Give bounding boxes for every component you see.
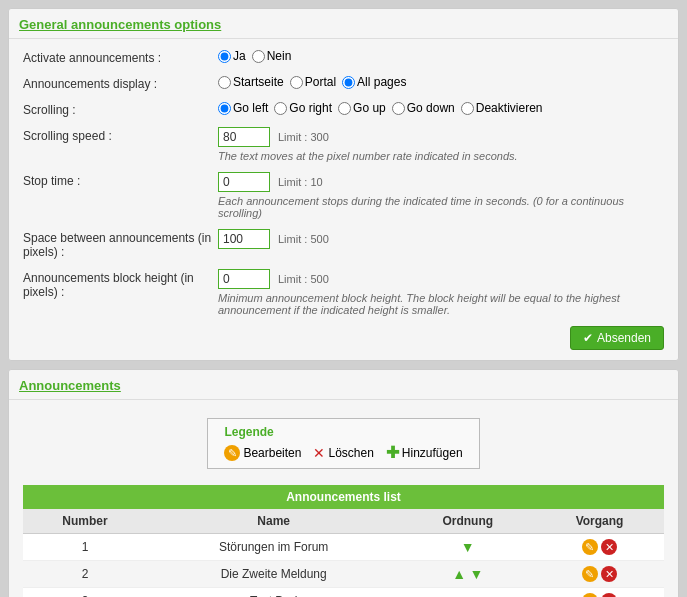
height-input[interactable]	[218, 269, 270, 289]
checkmark-icon: ✔	[583, 331, 593, 345]
row1-delete-button[interactable]: ✕	[601, 539, 617, 555]
stop-label: Stop time :	[23, 172, 218, 188]
scroll-left[interactable]: Go left	[218, 101, 268, 115]
space-input[interactable]	[218, 229, 270, 249]
stop-row: Stop time : Limit : 10 Each announcement…	[23, 172, 664, 219]
row1-down-button[interactable]: ▼	[461, 539, 475, 555]
space-row: Space between announcements (in pixels) …	[23, 229, 664, 259]
announcements-section-title: Announcements	[9, 370, 678, 400]
row2-delete-button[interactable]: ✕	[601, 566, 617, 582]
submit-button[interactable]: ✔ Absenden	[570, 326, 664, 350]
height-row: Announcements block height (in pixels) :…	[23, 269, 664, 316]
space-controls: Limit : 500	[218, 229, 664, 249]
row3-delete-button[interactable]: ✕	[601, 593, 617, 597]
activate-ja[interactable]: Ja	[218, 49, 246, 63]
legende-box: Legende ✎ Bearbeiten ✕ Löschen ✚ Hinzufü…	[207, 418, 479, 469]
height-hint: Minimum announcement block height. The b…	[218, 292, 664, 316]
row3-vorgang: ✎ ✕	[535, 588, 664, 598]
row1-vorgang: ✎ ✕	[535, 534, 664, 561]
scroll-left-radio[interactable]	[218, 102, 231, 115]
display-portal-radio[interactable]	[290, 76, 303, 89]
speed-limit: Limit : 300	[278, 131, 329, 143]
activate-ja-radio[interactable]	[218, 50, 231, 63]
row3-number: 3	[23, 588, 147, 598]
legende-delete: ✕ Löschen	[313, 445, 373, 461]
speed-row: Scrolling speed : Limit : 300 The text m…	[23, 127, 664, 162]
row2-up-button[interactable]: ▲	[452, 566, 466, 582]
legende-edit: ✎ Bearbeiten	[224, 445, 301, 461]
scroll-down-radio[interactable]	[392, 102, 405, 115]
col-vorgang: Vorgang	[535, 509, 664, 534]
row2-edit-button[interactable]: ✎	[582, 566, 598, 582]
scroll-up[interactable]: Go up	[338, 101, 386, 115]
submit-row: ✔ Absenden	[23, 326, 664, 350]
display-allpages[interactable]: All pages	[342, 75, 406, 89]
legende-title: Legende	[224, 425, 462, 439]
display-allpages-radio[interactable]	[342, 76, 355, 89]
announcements-table-wrapper: Announcements list Number Name Ordnung V…	[23, 485, 664, 597]
add-icon: ✚	[386, 443, 399, 462]
general-section: General announcements options Activate a…	[8, 8, 679, 361]
scroll-deaktivieren[interactable]: Deaktivieren	[461, 101, 543, 115]
announcements-table: Number Name Ordnung Vorgang 1 Störungen …	[23, 509, 664, 597]
row1-ordnung: ▼	[400, 534, 535, 561]
activate-row: Activate announcements : Ja Nein	[23, 49, 664, 65]
display-portal[interactable]: Portal	[290, 75, 336, 89]
height-limit: Limit : 500	[278, 273, 329, 285]
row1-number: 1	[23, 534, 147, 561]
row2-number: 2	[23, 561, 147, 588]
stop-limit: Limit : 10	[278, 176, 323, 188]
display-row: Announcements display : Startseite Porta…	[23, 75, 664, 91]
legende-add-label: Hinzufügen	[402, 446, 463, 460]
stop-input[interactable]	[218, 172, 270, 192]
row3-ordnung: ▲	[400, 588, 535, 598]
row1-edit-button[interactable]: ✎	[582, 539, 598, 555]
space-limit: Limit : 500	[278, 233, 329, 245]
general-section-title: General announcements options	[9, 9, 678, 39]
row2-name: Die Zweite Meldung	[147, 561, 400, 588]
speed-hint: The text moves at the pixel number rate …	[218, 150, 664, 162]
delete-icon: ✕	[313, 445, 325, 461]
display-startseite[interactable]: Startseite	[218, 75, 284, 89]
display-startseite-radio[interactable]	[218, 76, 231, 89]
activate-nein[interactable]: Nein	[252, 49, 292, 63]
scroll-up-radio[interactable]	[338, 102, 351, 115]
display-label: Announcements display :	[23, 75, 218, 91]
row2-ordnung: ▲ ▼	[400, 561, 535, 588]
row2-vorgang: ✎ ✕	[535, 561, 664, 588]
legende-items: ✎ Bearbeiten ✕ Löschen ✚ Hinzufügen	[224, 443, 462, 462]
legende-delete-label: Löschen	[328, 446, 373, 460]
scroll-down[interactable]: Go down	[392, 101, 455, 115]
row3-up-button[interactable]: ▲	[461, 593, 475, 597]
activate-label: Activate announcements :	[23, 49, 218, 65]
space-label: Space between announcements (in pixels) …	[23, 229, 218, 259]
speed-controls: Limit : 300 The text moves at the pixel …	[218, 127, 664, 162]
legende-edit-label: Bearbeiten	[243, 446, 301, 460]
legende-add: ✚ Hinzufügen	[386, 443, 463, 462]
scroll-deaktivieren-radio[interactable]	[461, 102, 474, 115]
table-header: Announcements list	[23, 485, 664, 509]
row3-name: Text Drei	[147, 588, 400, 598]
row1-name: Störungen im Forum	[147, 534, 400, 561]
row3-edit-button[interactable]: ✎	[582, 593, 598, 597]
row2-down-button[interactable]: ▼	[469, 566, 483, 582]
scroll-right[interactable]: Go right	[274, 101, 332, 115]
scroll-right-radio[interactable]	[274, 102, 287, 115]
announcements-section: Announcements Legende ✎ Bearbeiten ✕ Lös…	[8, 369, 679, 597]
table-row: 2 Die Zweite Meldung ▲ ▼ ✎ ✕	[23, 561, 664, 588]
edit-icon: ✎	[224, 445, 240, 461]
scrolling-row: Scrolling : Go left Go right Go up Go do…	[23, 101, 664, 117]
height-label: Announcements block height (in pixels) :	[23, 269, 218, 299]
scrolling-label: Scrolling :	[23, 101, 218, 117]
stop-hint: Each announcement stops during the indic…	[218, 195, 664, 219]
table-row: 3 Text Drei ▲ ✎ ✕	[23, 588, 664, 598]
speed-input[interactable]	[218, 127, 270, 147]
submit-label: Absenden	[597, 331, 651, 345]
speed-label: Scrolling speed :	[23, 127, 218, 143]
table-row: 1 Störungen im Forum ▼ ✎ ✕	[23, 534, 664, 561]
scrolling-options: Go left Go right Go up Go down Deaktivie…	[218, 101, 664, 115]
col-number: Number	[23, 509, 147, 534]
activate-nein-radio[interactable]	[252, 50, 265, 63]
stop-controls: Limit : 10 Each announcement stops durin…	[218, 172, 664, 219]
activate-options: Ja Nein	[218, 49, 664, 63]
